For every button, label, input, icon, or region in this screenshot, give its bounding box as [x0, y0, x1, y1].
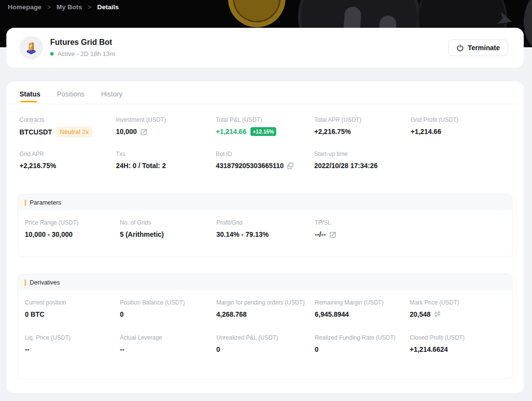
- current-position-value: 0 BTC: [25, 309, 44, 319]
- bot-id-value: 431879205303665110: [216, 161, 284, 171]
- field-unrealized-pnl: Unrealized P&L (USDT) 0: [216, 334, 315, 354]
- field-label: Liq. Price (USDT): [25, 334, 120, 342]
- tab-positions[interactable]: Positions: [57, 90, 85, 102]
- field-total-apr: Total APR (USDT) +2,216.75%: [314, 116, 411, 137]
- tab-status[interactable]: Status: [19, 90, 40, 102]
- field-label: Bot ID: [216, 150, 314, 158]
- dark-orb-illustration-2: [524, 0, 532, 47]
- derivatives-title: Derivatives: [30, 279, 60, 286]
- bot-status-line: Active - 2D 18h 13m: [50, 50, 448, 57]
- mark-price-value: 20,548: [410, 309, 431, 319]
- field-label: Position Balance (USDT): [120, 299, 216, 306]
- breadcrumb-homepage[interactable]: Homepage: [8, 3, 41, 11]
- field-label: Margin for pending orders (USDT): [216, 299, 315, 306]
- section-accent-bar: [25, 280, 26, 286]
- parameters-section-header: Parameters: [18, 194, 512, 210]
- bot-avatar: [19, 36, 43, 59]
- derivatives-section-header: Derivatives: [18, 274, 512, 290]
- field-actual-leverage: Actual Leverage --: [120, 334, 216, 354]
- field-current-position: Current position 0 BTC: [25, 299, 120, 319]
- bot-title: Futures Grid Bot: [50, 38, 448, 47]
- field-label: Mark Price (USDT): [410, 299, 505, 306]
- remaining-margin-value: 6,945.8944: [315, 309, 349, 319]
- status-field-grid: Contracts BTCUSDT Neutral 2x Investment …: [6, 104, 524, 171]
- field-label: Txs: [116, 150, 216, 158]
- tp-sl-value: --/--: [315, 229, 326, 239]
- breadcrumb-my-bots[interactable]: My Bots: [57, 3, 82, 11]
- txs-value: 24H: 0 / Total: 2: [116, 161, 166, 171]
- no-of-grids-value: 5 (Arithmetic): [120, 229, 164, 239]
- total-apr-value: +2,216.75%: [314, 127, 351, 136]
- field-label: TP/SL: [315, 219, 410, 227]
- field-grid-apr: Grid APR +2,216.75%: [19, 150, 116, 171]
- edit-investment-icon[interactable]: [140, 128, 148, 135]
- field-tp-sl: TP/SL --/--: [315, 219, 410, 239]
- field-label: Profit/Grid: [216, 219, 315, 227]
- breadcrumb-separator: >: [47, 4, 51, 11]
- field-label: Total P&L (USDT): [216, 116, 314, 124]
- edit-tp-sl-icon[interactable]: [329, 231, 337, 238]
- total-pnl-value: +1,214.66: [216, 127, 247, 136]
- field-mark-price: Mark Price (USDT) 20,548: [410, 299, 505, 319]
- closed-profit-value: +1,214.6624: [410, 344, 448, 354]
- field-label: Investment (USDT): [116, 116, 216, 124]
- candlestick-chart-icon[interactable]: [434, 311, 441, 318]
- profit-grid-value: 30.14% - 79.13%: [216, 229, 268, 239]
- field-closed-profit: Closed Profit (USDT) +1,214.6624: [410, 334, 505, 354]
- breadcrumb-separator: >: [88, 4, 92, 11]
- field-label: Remaining Margin (USDT): [315, 299, 410, 306]
- startup-time-value: 2022/10/28 17:34:26: [314, 161, 378, 171]
- bot-status-text: Active - 2D 18h 13m: [57, 50, 115, 57]
- realized-funding-rate-value: 0: [315, 344, 319, 354]
- pending-margin-value: 4,268.768: [216, 309, 247, 319]
- field-position-balance: Position Balance (USDT) 0: [120, 299, 216, 319]
- breadcrumb: Homepage > My Bots > Details: [8, 3, 119, 11]
- parameters-section: Parameters Price Range (USDT) 10,000 - 3…: [18, 194, 513, 257]
- details-card: Status Positions History Contracts BTCUS…: [6, 81, 524, 393]
- field-contracts: Contracts BTCUSDT Neutral 2x: [19, 116, 116, 137]
- bot-header-text: Futures Grid Bot Active - 2D 18h 13m: [50, 38, 448, 57]
- field-label: Actual Leverage: [120, 334, 216, 342]
- field-label: Unrealized P&L (USDT): [216, 334, 315, 342]
- grid-profit-value: +1,214.66: [411, 127, 441, 136]
- field-startup-time: Start-up time 2022/10/28 17:34:26: [314, 150, 411, 171]
- field-bot-id: Bot ID 431879205303665110: [216, 150, 314, 171]
- field-label: Total APR (USDT): [314, 116, 411, 124]
- neutral-leverage-badge: Neutral 2x: [56, 127, 93, 137]
- parameters-grid: Price Range (USDT) 10,000 - 30,000 No. o…: [18, 210, 512, 257]
- field-investment: Investment (USDT) 10,000: [116, 116, 216, 137]
- position-balance-value: 0: [120, 309, 124, 319]
- field-label: Grid APR: [19, 150, 116, 158]
- tabs: Status Positions History: [6, 81, 524, 102]
- bot-header-card: Futures Grid Bot Active - 2D 18h 13m Ter…: [6, 28, 524, 68]
- price-range-value: 10,000 - 30,000: [25, 229, 73, 239]
- derivatives-grid: Current position 0 BTC Position Balance …: [18, 290, 512, 379]
- field-label: Closed Profit (USDT): [410, 334, 505, 342]
- active-status-dot-icon: [50, 52, 54, 56]
- field-grid-profit: Grid Profit (USDT) +1,214.66: [411, 116, 512, 137]
- copy-bot-id-icon[interactable]: [287, 162, 294, 169]
- field-pending-margin: Margin for pending orders (USDT) 4,268.7…: [216, 299, 315, 319]
- field-label: Current position: [25, 299, 120, 306]
- field-label: Realized Funding Rate (USDT): [315, 334, 410, 342]
- derivatives-section: Derivatives Current position 0 BTC Posit…: [18, 274, 513, 379]
- terminate-label: Terminate: [468, 44, 500, 52]
- field-total-pnl: Total P&L (USDT) +1,214.66 +12.15%: [216, 116, 314, 137]
- field-no-of-grids: No. of Grids 5 (Arithmetic): [120, 219, 216, 239]
- terminate-button[interactable]: Terminate: [448, 39, 508, 56]
- power-icon: [456, 44, 464, 52]
- grid-bot-icon: [24, 40, 38, 55]
- tab-history[interactable]: History: [101, 90, 123, 102]
- unrealized-pnl-value: 0: [216, 344, 220, 354]
- pnl-percent-badge: +12.15%: [250, 127, 277, 136]
- breadcrumb-details: Details: [97, 3, 119, 11]
- field-label: Contracts: [19, 116, 116, 124]
- field-profit-grid: Profit/Grid 30.14% - 79.13%: [216, 219, 315, 239]
- contracts-value: BTCUSDT: [19, 127, 52, 137]
- field-remaining-margin: Remaining Margin (USDT) 6,945.8944: [315, 299, 410, 319]
- parameters-title: Parameters: [30, 199, 61, 206]
- field-label: Price Range (USDT): [25, 219, 120, 227]
- field-liq-price: Liq. Price (USDT) --: [25, 334, 120, 354]
- actual-leverage-value: --: [120, 344, 124, 354]
- field-label: No. of Grids: [120, 219, 216, 227]
